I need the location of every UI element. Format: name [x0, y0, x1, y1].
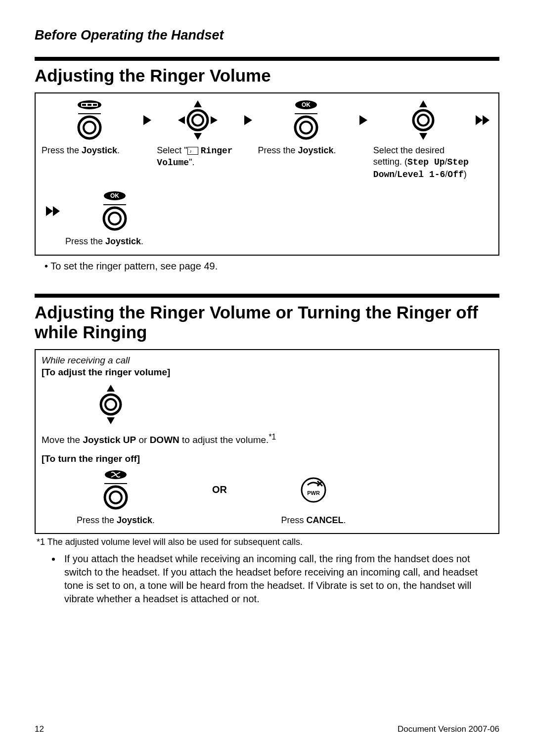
- subhead-turn-off: [To turn the ringer off]: [42, 453, 492, 464]
- svg-text:OK: OK: [302, 101, 311, 108]
- svg-point-36: [109, 213, 121, 224]
- arrow-right-icon: [354, 98, 373, 142]
- svg-point-38: [105, 399, 116, 410]
- svg-point-22: [300, 122, 312, 133]
- headset-note: If you attach the headset while receivin…: [61, 552, 499, 606]
- svg-marker-30: [46, 206, 53, 216]
- svg-point-44: [105, 487, 127, 508]
- svg-marker-12: [194, 133, 202, 140]
- procedure-box-2: While receiving a call [To adjust the ri…: [35, 349, 499, 534]
- joystick-updown-icon: [95, 383, 127, 426]
- svg-marker-26: [419, 100, 427, 107]
- section-header: Before Operating the Handset: [35, 28, 499, 43]
- svg-marker-40: [107, 417, 115, 424]
- svg-marker-39: [107, 385, 115, 392]
- joystick-menu-icon: [72, 98, 107, 142]
- svg-marker-14: [211, 116, 218, 124]
- svg-point-37: [101, 395, 121, 414]
- adjust-volume-caption: Move the Joystick UP or DOWN to adjust t…: [42, 432, 492, 446]
- footnote-1: *1 The adjusted volume level will also b…: [37, 537, 499, 547]
- joystick-updown-icon: [407, 98, 439, 142]
- arrow-right-icon: [137, 98, 157, 142]
- press-cancel-caption: Press CANCEL.: [249, 515, 378, 526]
- svg-rect-4: [93, 104, 97, 106]
- svg-point-25: [418, 115, 429, 126]
- rule: [35, 57, 499, 61]
- svg-point-45: [110, 491, 122, 503]
- joystick-mute-icon: [98, 468, 133, 512]
- svg-point-9: [188, 110, 208, 130]
- joystick-ok-icon: OK: [97, 189, 132, 233]
- subhead-adjust-volume: [To adjust the ringer volume]: [42, 367, 492, 378]
- svg-text:♪: ♪: [189, 148, 192, 154]
- step3-caption: Press the Joystick.: [258, 145, 354, 156]
- rule: [35, 294, 499, 298]
- svg-point-7: [84, 122, 95, 133]
- svg-marker-27: [419, 133, 427, 140]
- svg-marker-11: [194, 100, 202, 107]
- svg-text:PWR: PWR: [307, 490, 320, 496]
- doc-version: Document Version 2007-06: [398, 724, 499, 734]
- page-number: 12: [35, 724, 44, 734]
- svg-point-24: [413, 110, 433, 130]
- svg-marker-23: [359, 115, 367, 125]
- step5-caption: Press the Joystick.: [65, 236, 164, 247]
- step2-caption: Select "♪ Ringer Volume".: [157, 145, 238, 169]
- svg-marker-31: [53, 206, 60, 216]
- heading-adjusting-ringer-volume: Adjusting the Ringer Volume: [35, 66, 499, 86]
- arrow-double-right-icon: [473, 98, 492, 142]
- svg-point-21: [295, 117, 317, 138]
- press-joystick-caption: Press the Joystick.: [42, 515, 190, 526]
- svg-marker-13: [178, 116, 185, 124]
- procedure-box-1: Press the Joystick. Select "♪: [35, 92, 499, 256]
- joystick-4way-icon: [177, 98, 219, 142]
- cancel-pwr-icon: PWR: [298, 468, 329, 512]
- svg-point-35: [104, 208, 126, 229]
- svg-rect-2: [82, 104, 86, 106]
- svg-marker-28: [476, 115, 483, 125]
- step4-caption: Select the desired setting. (Step Up/Ste…: [373, 145, 473, 180]
- context-line: While receiving a call: [42, 355, 492, 366]
- 
ringer-pattern-note: To set the ringer pattern, see page 49.: [44, 261, 499, 272]
- svg-point-6: [79, 117, 100, 138]
- arrow-right-icon: [239, 98, 258, 142]
- joystick-ok-icon: OK: [289, 98, 323, 142]
- arrow-double-right-icon: [42, 189, 65, 233]
- svg-marker-17: [244, 115, 252, 125]
- or-label: OR: [212, 484, 227, 495]
- heading-ringer-off: Adjusting the Ringer Volume or Turning t…: [35, 303, 499, 342]
- svg-rect-3: [88, 104, 91, 106]
- svg-marker-29: [483, 115, 490, 125]
- svg-point-10: [192, 115, 203, 126]
- svg-marker-8: [143, 115, 151, 125]
- svg-text:OK: OK: [110, 192, 119, 199]
- step1-caption: Press the Joystick.: [42, 145, 137, 156]
